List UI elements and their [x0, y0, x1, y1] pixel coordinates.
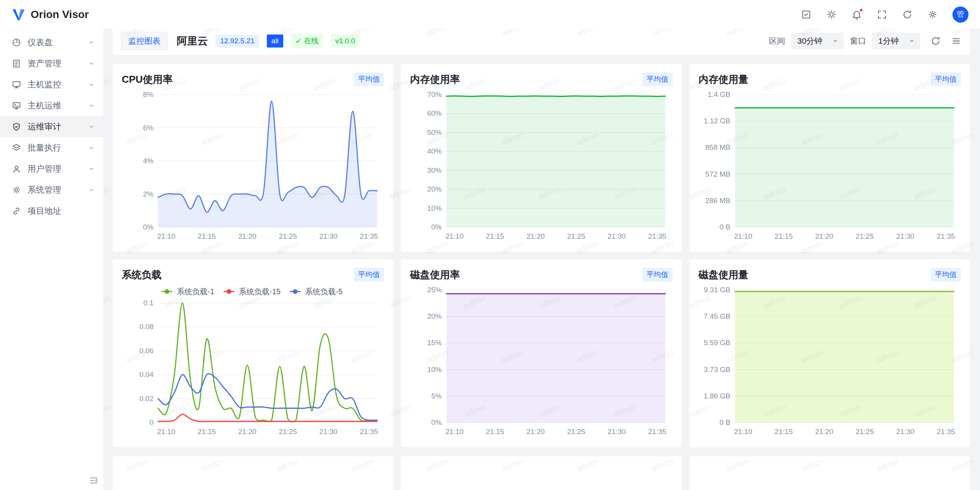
interval-value: 30分钟 — [797, 36, 822, 46]
svg-text:21:35: 21:35 — [937, 428, 955, 436]
sidebar-item-host-ops[interactable]: 主机运维 — [0, 95, 103, 116]
svg-text:2%: 2% — [143, 190, 154, 198]
interval-select[interactable]: 30分钟 — [791, 33, 844, 49]
svg-text:21:15: 21:15 — [198, 428, 216, 436]
svg-text:21:10: 21:10 — [446, 428, 464, 436]
sidebar-item-host-monitoring[interactable]: 主机监控 — [0, 74, 103, 95]
chart-card-partial — [689, 456, 970, 490]
audit-icon — [11, 122, 21, 132]
svg-text:1.12 GB: 1.12 GB — [704, 117, 730, 125]
charts-grid: CPU使用率平均值0%2%4%6%8%21:1021:1521:2021:252… — [113, 64, 970, 447]
chart-card-0: CPU使用率平均值0%2%4%6%8%21:1021:1521:2021:252… — [113, 64, 393, 252]
sidebar: 仪表盘 资产管理 主机监控 主机运维 运维审计 批量执行 用户管理 系统管理 项 — [0, 29, 103, 490]
sidebar-item-batch-exec[interactable]: 批量执行 — [0, 137, 103, 158]
chart-title: 内存使用量 — [699, 73, 748, 86]
header-actions: 管 — [801, 7, 969, 23]
monitor-chart-button[interactable]: 监控图表 — [121, 32, 168, 50]
svg-text:21:35: 21:35 — [937, 232, 955, 240]
svg-text:20%: 20% — [427, 185, 442, 193]
svg-text:60%: 60% — [427, 109, 442, 117]
chart-canvas: 0 B286 MB572 MB858 MB1.12 GB1.4 GB21:102… — [699, 88, 961, 242]
toolbar-controls: 区间 30分钟 窗口 1分钟 — [769, 33, 962, 49]
window-select[interactable]: 1分钟 — [872, 33, 920, 49]
svg-text:0.06: 0.06 — [139, 347, 154, 355]
svg-text:0.04: 0.04 — [139, 370, 154, 379]
svg-text:6%: 6% — [143, 124, 154, 132]
sidebar-item-label: 运维审计 — [28, 121, 61, 133]
svg-text:70%: 70% — [427, 90, 442, 98]
sidebar-item-label: 系统管理 — [28, 184, 61, 196]
svg-text:系统负载-15: 系统负载-15 — [239, 287, 281, 296]
svg-text:21:10: 21:10 — [157, 428, 175, 436]
dashboard-icon — [11, 38, 21, 48]
chart-canvas: 0%2%4%6%8%21:1021:1521:2021:2521:3021:35 — [122, 88, 384, 242]
sidebar-item-project-link[interactable]: 项目地址 — [0, 200, 103, 221]
svg-text:0%: 0% — [431, 418, 442, 426]
svg-text:15%: 15% — [427, 339, 442, 347]
chart-title: 磁盘使用率 — [410, 268, 460, 282]
sidebar-item-ops-audit[interactable]: 运维审计 — [0, 116, 103, 137]
svg-text:21:25: 21:25 — [567, 428, 586, 436]
average-badge: 平均值 — [642, 268, 673, 282]
svg-text:5.59 GB: 5.59 GB — [704, 339, 730, 347]
sidebar-item-system-management[interactable]: 系统管理 — [0, 179, 103, 200]
refresh-icon[interactable] — [902, 9, 913, 20]
theme-sun-icon[interactable] — [826, 9, 837, 20]
svg-text:21:35: 21:35 — [648, 232, 666, 240]
svg-text:21:25: 21:25 — [856, 428, 874, 436]
svg-text:8%: 8% — [143, 90, 154, 98]
sidebar-item-user-management[interactable]: 用户管理 — [0, 158, 103, 179]
chevron-down-icon — [87, 38, 96, 47]
batch-icon — [11, 143, 21, 153]
chart-title: 内存使用率 — [410, 73, 460, 86]
svg-text:系统负载-1: 系统负载-1 — [177, 287, 214, 296]
users-icon — [11, 164, 21, 174]
svg-text:10%: 10% — [427, 365, 442, 374]
average-badge: 平均值 — [354, 72, 384, 86]
svg-text:21:10: 21:10 — [157, 232, 175, 240]
svg-text:0.02: 0.02 — [139, 395, 154, 403]
chart-card-2: 内存使用量平均值0 B286 MB572 MB858 MB1.12 GB1.4 … — [689, 64, 970, 252]
sidebar-item-dashboard[interactable]: 仪表盘 — [0, 32, 103, 53]
svg-text:7.45 GB: 7.45 GB — [704, 312, 730, 320]
fullscreen-icon[interactable] — [877, 9, 887, 20]
chevron-down-icon — [87, 59, 96, 68]
svg-text:21:35: 21:35 — [648, 428, 666, 436]
check-icon: ✓ — [296, 37, 302, 46]
svg-text:21:35: 21:35 — [360, 232, 378, 240]
user-avatar[interactable]: 管 — [952, 7, 969, 23]
settings-gear-icon[interactable] — [927, 9, 938, 20]
notification-dot — [859, 8, 863, 12]
host-name: 阿里云 — [177, 34, 208, 48]
svg-text:25%: 25% — [427, 286, 442, 294]
chevron-down-icon — [908, 37, 916, 45]
host-ops-icon — [11, 101, 21, 111]
svg-text:4%: 4% — [143, 157, 154, 165]
svg-text:21:15: 21:15 — [486, 428, 505, 436]
host-alias-tag: ali — [267, 34, 283, 48]
main-content: 主机监控详情 - 阿里云 监控图表 阿里云 12.92.5.21 ali ✓在线… — [103, 0, 980, 490]
svg-text:0%: 0% — [143, 223, 154, 231]
average-badge: 平均值 — [931, 268, 961, 282]
chevron-down-icon — [87, 80, 96, 89]
chevron-down-icon — [87, 144, 96, 152]
chart-title: 磁盘使用量 — [699, 268, 748, 282]
chart-list-icon[interactable] — [951, 36, 962, 46]
notifications-bell-icon[interactable] — [851, 9, 862, 20]
svg-text:0.08: 0.08 — [139, 323, 154, 331]
sidebar-item-assets[interactable]: 资产管理 — [0, 53, 103, 74]
svg-text:0: 0 — [149, 418, 154, 426]
svg-text:21:30: 21:30 — [319, 232, 338, 240]
svg-text:系统负载-5: 系统负载-5 — [305, 287, 343, 296]
host-status-tag: ✓在线 — [291, 34, 323, 48]
svg-text:21:15: 21:15 — [486, 232, 505, 240]
svg-text:21:20: 21:20 — [815, 428, 833, 436]
charts-refresh-icon[interactable] — [930, 36, 941, 46]
svg-text:21:25: 21:25 — [279, 232, 297, 240]
average-badge: 平均值 — [642, 72, 673, 86]
chart-card-3: 系统负载平均值00.020.040.060.080.121:1021:1521:… — [113, 259, 393, 447]
chart-canvas: 0%5%10%15%20%25%21:1021:1521:2021:2521:3… — [410, 283, 672, 437]
sidebar-collapse-icon[interactable] — [89, 475, 99, 485]
chart-canvas: 0 B1.86 GB3.73 GB5.59 GB7.45 GB9.31 GB21… — [699, 283, 961, 437]
todo-icon[interactable] — [801, 9, 812, 20]
